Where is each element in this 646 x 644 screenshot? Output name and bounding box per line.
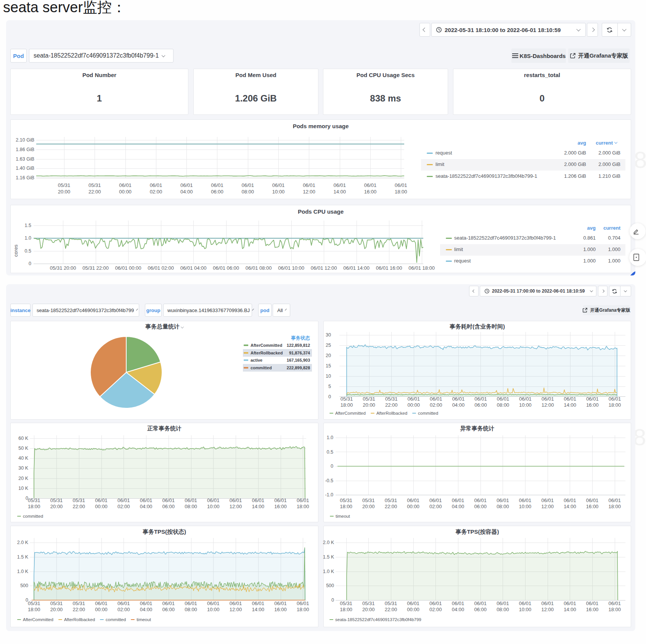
svg-text:18:00: 18:00 [297, 607, 309, 612]
svg-text:06/01: 06/01 [230, 601, 242, 606]
svg-text:14:00: 14:00 [252, 504, 265, 509]
svg-text:06/01: 06/01 [119, 182, 132, 188]
svg-text:25: 25 [326, 343, 331, 348]
svg-text:16:00: 16:00 [274, 504, 287, 509]
svg-text:10:00: 10:00 [207, 607, 220, 612]
svg-text:06/01 14:00: 06/01 14:00 [343, 265, 370, 271]
svg-text:12:00: 12:00 [230, 504, 242, 509]
svg-text:40 K: 40 K [18, 456, 28, 461]
svg-text:04:00: 04:00 [452, 402, 465, 408]
svg-text:20 K: 20 K [18, 476, 28, 481]
svg-text:06/01: 06/01 [185, 497, 197, 503]
svg-text:06/01: 06/01 [542, 396, 554, 402]
svg-text:06/01: 06/01 [564, 396, 577, 402]
svg-text:06/01 10:00: 06/01 10:00 [278, 265, 304, 271]
svg-text:06:00: 06:00 [162, 607, 175, 612]
svg-text:06/01 06:00: 06/01 06:00 [213, 265, 239, 271]
svg-text:14:00: 14:00 [333, 189, 346, 195]
svg-text:06/01: 06/01 [272, 182, 285, 188]
svg-text:06/01: 06/01 [230, 497, 242, 503]
svg-text:60 K: 60 K [18, 436, 28, 441]
svg-text:18:00: 18:00 [609, 402, 621, 408]
svg-text:16:00: 16:00 [274, 607, 287, 612]
svg-text:06/01: 06/01 [242, 182, 254, 188]
svg-text:06/01: 06/01 [162, 497, 175, 503]
svg-text:06/01: 06/01 [564, 497, 576, 503]
svg-text:06:00: 06:00 [211, 189, 223, 195]
svg-text:06/01: 06/01 [474, 396, 487, 402]
svg-text:04:00: 04:00 [452, 504, 464, 509]
svg-text:06/01 16:00: 06/01 16:00 [376, 265, 402, 271]
svg-text:00:00: 00:00 [119, 189, 132, 195]
svg-text:05/31: 05/31 [73, 601, 85, 606]
svg-text:22:00: 22:00 [88, 189, 101, 195]
svg-text:00:00: 00:00 [407, 402, 420, 408]
svg-text:1.0: 1.0 [25, 235, 31, 241]
svg-text:00:00: 00:00 [407, 607, 419, 612]
svg-text:06/01: 06/01 [519, 601, 532, 606]
svg-text:06/01: 06/01 [586, 601, 599, 606]
svg-text:08:00: 08:00 [497, 504, 509, 509]
svg-text:05/31: 05/31 [340, 497, 352, 503]
svg-text:50 K: 50 K [18, 446, 28, 451]
svg-text:06/01: 06/01 [207, 601, 220, 606]
svg-text:1.0 K: 1.0 K [17, 569, 29, 574]
svg-text:06/01: 06/01 [541, 497, 554, 503]
svg-text:16:00: 16:00 [364, 189, 377, 195]
svg-text:06:00: 06:00 [162, 504, 175, 509]
svg-text:06/01: 06/01 [609, 497, 621, 503]
svg-text:18:00: 18:00 [609, 504, 621, 509]
svg-text:02:00: 02:00 [117, 607, 130, 612]
svg-text:06/01: 06/01 [333, 182, 346, 188]
svg-text:10:00: 10:00 [519, 402, 532, 408]
svg-text:05/31: 05/31 [385, 497, 397, 503]
svg-text:500: 500 [326, 583, 334, 588]
svg-text:06/01: 06/01 [452, 396, 465, 402]
svg-text:06/01: 06/01 [407, 497, 419, 503]
svg-text:1.16 GiB: 1.16 GiB [16, 175, 34, 180]
svg-text:06/01: 06/01 [185, 601, 197, 606]
svg-text:1.86 GiB: 1.86 GiB [16, 147, 34, 152]
svg-text:20:00: 20:00 [362, 504, 375, 509]
svg-text:14:00: 14:00 [564, 607, 576, 612]
svg-text:500: 500 [20, 583, 28, 588]
svg-text:05/31: 05/31 [88, 182, 101, 188]
svg-text:20:00: 20:00 [50, 504, 63, 509]
svg-text:12:00: 12:00 [303, 189, 315, 195]
svg-text:12:00: 12:00 [542, 402, 554, 408]
svg-text:22:00: 22:00 [385, 607, 397, 612]
svg-text:15: 15 [326, 363, 331, 369]
svg-text:20: 20 [326, 353, 331, 358]
svg-text:06/01: 06/01 [297, 601, 309, 606]
svg-text:06/01 02:00: 06/01 02:00 [148, 265, 174, 271]
svg-text:0.5: 0.5 [25, 248, 31, 254]
svg-text:30: 30 [326, 332, 331, 338]
svg-text:20:00: 20:00 [363, 402, 375, 408]
svg-text:06/01 04:00: 06/01 04:00 [180, 265, 207, 271]
svg-text:06/01: 06/01 [407, 601, 419, 606]
svg-text:00:00: 00:00 [407, 504, 419, 509]
svg-text:1.63 GiB: 1.63 GiB [16, 156, 34, 162]
svg-text:06/01: 06/01 [180, 182, 193, 188]
svg-text:0: 0 [29, 261, 31, 266]
svg-text:06/01: 06/01 [274, 601, 287, 606]
svg-text:20:00: 20:00 [362, 607, 375, 612]
svg-text:-1.0: -1.0 [325, 492, 333, 497]
svg-text:06/01: 06/01 [564, 601, 576, 606]
svg-text:1.0: 1.0 [327, 435, 333, 440]
svg-text:06/01 12:00: 06/01 12:00 [311, 265, 337, 271]
svg-text:10:00: 10:00 [519, 504, 532, 509]
svg-text:06/01: 06/01 [519, 497, 532, 503]
svg-text:10: 10 [326, 374, 331, 379]
svg-text:05/31: 05/31 [58, 182, 71, 188]
svg-text:14:00: 14:00 [564, 402, 577, 408]
svg-text:10:00: 10:00 [519, 607, 532, 612]
svg-text:05/31: 05/31 [28, 497, 40, 503]
svg-text:06/01: 06/01 [274, 497, 287, 503]
svg-text:06/01: 06/01 [162, 601, 175, 606]
svg-text:1.5 K: 1.5 K [323, 554, 334, 560]
svg-text:06/01: 06/01 [150, 182, 162, 188]
svg-text:0: 0 [328, 394, 331, 399]
svg-text:14:00: 14:00 [564, 504, 576, 509]
svg-text:06/01: 06/01 [497, 497, 509, 503]
